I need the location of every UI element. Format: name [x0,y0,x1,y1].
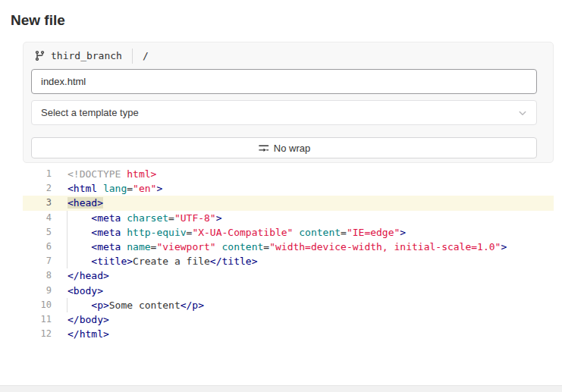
chevron-down-icon [518,108,527,118]
horizontal-scrollbar[interactable] [0,385,562,392]
code-line[interactable]: 1<!DOCTYPE html> [23,167,554,181]
line-number: 8 [23,268,52,283]
code-line-text: </body> [68,312,109,327]
no-wrap-label: No wrap [274,143,310,154]
code-line[interactable]: 6 <meta name="viewport" content="width=d… [23,240,554,254]
branch-name: third_branch [51,50,122,61]
template-select-value: Select a template type [41,107,139,118]
code-line[interactable]: 3<head> [23,196,554,210]
filename-input[interactable] [31,69,537,94]
code-line-text: <meta name="viewport" content="width=dev… [68,240,507,254]
path-separator: / [143,50,149,61]
line-number: 3 [23,196,52,210]
breadcrumb-divider [132,49,133,64]
template-type-select[interactable]: Select a template type [31,100,537,125]
line-number: 12 [23,327,52,341]
code-line[interactable]: 10 <p>Some content</p> [23,298,554,312]
code-line[interactable]: 4 <meta charset="UTF-8"> [23,211,554,225]
line-number: 9 [23,284,52,298]
new-file-page: New file third_branch / Select a templat… [0,0,562,392]
code-lines: 1<!DOCTYPE html>2<html lang="en">3<head>… [23,167,554,341]
code-line-text: </head> [68,268,109,283]
line-number: 5 [23,225,52,240]
code-line[interactable]: 11</body> [23,312,554,327]
line-number: 2 [23,181,52,196]
no-wrap-icon [258,143,269,154]
code-line-text: <meta charset="UTF-8"> [68,211,222,225]
code-line-text: <p>Some content</p> [68,298,204,312]
code-line[interactable]: 5 <meta http-equiv="X-UA-Compatible" con… [23,225,554,240]
no-wrap-button[interactable]: No wrap [31,137,537,158]
line-number: 1 [23,167,52,181]
code-line-text: <meta http-equiv="X-UA-Compatible" conte… [68,225,406,240]
line-number: 7 [23,254,52,268]
line-number: 4 [23,211,52,225]
code-line-text: <title>Create a file</title> [68,254,257,268]
code-line[interactable]: 2<html lang="en"> [23,181,554,196]
code-line-text: <!DOCTYPE html> [68,167,156,181]
line-number: 10 [23,298,52,312]
code-line[interactable]: 9<body> [23,284,554,298]
page-title: New file [11,12,65,29]
file-editor-panel: third_branch / Select a template type [23,42,554,163]
code-line-text: </html> [68,327,109,341]
code-line[interactable]: 8</head> [23,268,554,283]
code-editor[interactable]: 1<!DOCTYPE html>2<html lang="en">3<head>… [23,163,554,385]
code-line-text: <html lang="en"> [68,181,162,196]
breadcrumb: third_branch / [34,42,149,69]
git-branch-icon [34,50,46,61]
line-number: 6 [23,240,52,254]
code-line[interactable]: 12</html> [23,327,554,341]
code-line-text: <body> [68,284,103,298]
code-line-text: <head> [68,196,103,210]
code-line[interactable]: 7 <title>Create a file</title> [23,254,554,268]
line-number: 11 [23,312,52,327]
